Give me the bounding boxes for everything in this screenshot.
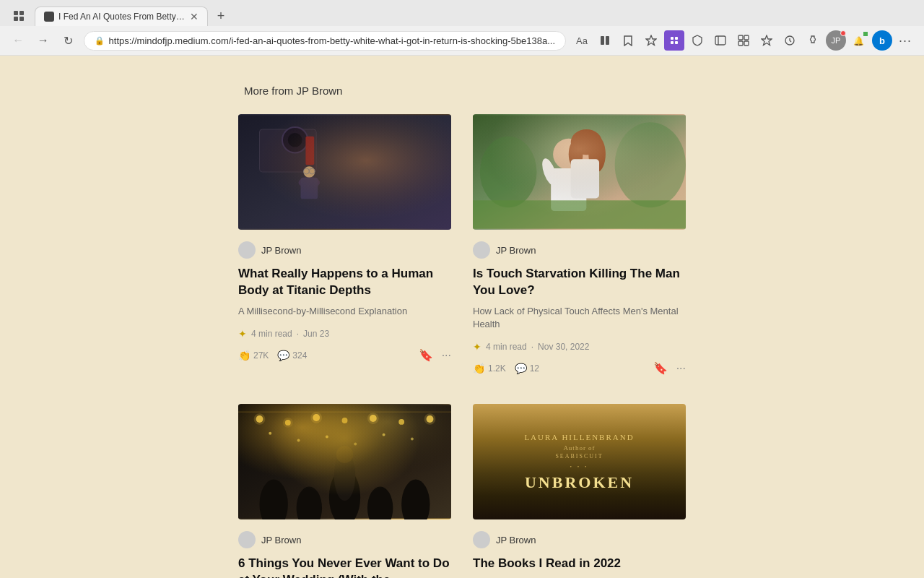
svg-point-50	[254, 413, 266, 425]
date-sep-touch: ·	[531, 342, 533, 352]
article-image-titanic	[238, 114, 451, 230]
save-button-titanic[interactable]: 🔖	[419, 348, 433, 362]
svg-point-49	[256, 415, 263, 423]
author-name-touch: JP Brown	[496, 245, 536, 256]
svg-point-27	[303, 166, 315, 178]
favorites-icon[interactable]	[757, 30, 777, 51]
article-card-books[interactable]: LAURA HILLENBRAND Author of SEABISCUIT •…	[473, 404, 686, 578]
bookmark-icon[interactable]	[618, 30, 638, 51]
reader-view-icon[interactable]	[595, 30, 615, 51]
reader-mode-icon[interactable]: Aa	[572, 30, 592, 51]
svg-point-68	[297, 487, 322, 520]
article-actions-titanic: 👏 27K 💬 324 🔖 ···	[238, 348, 451, 362]
svg-rect-22	[260, 129, 317, 172]
svg-point-42	[588, 137, 606, 172]
svg-point-57	[367, 413, 379, 424]
article-title-titanic: What Really Happens to a Human Body at T…	[238, 266, 451, 299]
articles-grid: JP Brown What Really Happens to a Human …	[238, 114, 686, 578]
member-star-titanic: ✦	[238, 328, 247, 340]
notification-icon[interactable]: 🔔	[849, 30, 869, 51]
member-star-touch: ✦	[473, 341, 481, 353]
shield-icon[interactable]	[687, 30, 707, 51]
date-sep-titanic: ·	[297, 329, 299, 339]
svg-point-51	[285, 420, 291, 426]
extensions-icon[interactable]	[803, 30, 823, 51]
date-titanic: Jun 23	[303, 329, 329, 339]
author-avatar-wedding	[238, 531, 256, 548]
svg-marker-18	[762, 35, 772, 46]
svg-rect-16	[738, 41, 743, 46]
profile-avatar[interactable]: JP	[826, 30, 846, 51]
unbroken-image-placeholder: LAURA HILLENBRAND Author of SEABISCUIT •…	[473, 404, 686, 519]
tab-bar: I Fed An AI Quotes From Betty White ✕ +	[0, 0, 924, 26]
svg-point-71	[401, 480, 430, 519]
comments-group-touch[interactable]: 💬 12	[515, 363, 539, 374]
book-author-sub: Author of	[524, 444, 634, 452]
save-button-touch[interactable]: 🔖	[653, 361, 668, 375]
bing-icon[interactable]: b	[872, 30, 892, 51]
svg-point-52	[283, 418, 293, 428]
svg-point-60	[424, 413, 436, 425]
svg-point-61	[269, 432, 271, 435]
svg-point-56	[370, 415, 377, 422]
claps-group-touch[interactable]: 👏 1.2K	[473, 363, 506, 374]
comments-group-titanic[interactable]: 💬 324	[277, 350, 307, 361]
svg-rect-75	[238, 405, 451, 519]
extension-icon[interactable]	[664, 30, 684, 51]
address-bar: ← → ↻ 🔒 https://mindofjp.medium.com/i-fe…	[0, 26, 924, 55]
svg-point-67	[260, 480, 288, 519]
grid-icon[interactable]	[12, 9, 26, 23]
svg-rect-46	[473, 115, 686, 228]
more-button-touch[interactable]: ···	[676, 362, 686, 375]
article-card-titanic[interactable]: JP Brown What Really Happens to a Human …	[238, 114, 451, 375]
url-bar[interactable]: 🔒 https://mindofjp.medium.com/i-fed-an-a…	[84, 31, 566, 51]
star-icon[interactable]	[641, 30, 661, 51]
svg-point-58	[398, 419, 404, 425]
svg-point-65	[383, 434, 385, 436]
comments-count-touch: 12	[530, 363, 539, 374]
svg-point-34	[480, 137, 537, 207]
author-avatar-books	[473, 531, 490, 548]
article-actions-touch: 👏 1.2K 💬 12 🔖 ···	[473, 361, 686, 375]
svg-text:🔔: 🔔	[853, 35, 864, 46]
svg-point-63	[326, 436, 328, 439]
svg-rect-17	[744, 41, 749, 46]
article-meta-touch: ✦ 4 min read · Nov 30, 2022	[473, 341, 686, 353]
sidebar-icon[interactable]	[710, 30, 731, 51]
svg-rect-10	[671, 41, 674, 44]
svg-point-29	[303, 168, 309, 174]
reload-button[interactable]: ↻	[58, 30, 78, 51]
more-tools-button[interactable]: ···	[895, 30, 915, 51]
new-tab-button[interactable]: +	[211, 6, 231, 26]
more-button-titanic[interactable]: ···	[442, 349, 451, 362]
touch-image-placeholder	[473, 114, 686, 230]
claps-group-titanic[interactable]: 👏 27K	[238, 350, 269, 361]
svg-rect-21	[238, 115, 451, 228]
collections-icon[interactable]	[733, 30, 754, 51]
article-image-touch	[473, 114, 686, 230]
book-author: LAURA HILLENBRAND	[524, 433, 634, 441]
article-card-wedding[interactable]: JP Brown 6 Things You Never Ever Want to…	[238, 404, 451, 578]
book-title: UNBROKEN	[524, 474, 634, 491]
svg-point-41	[571, 129, 602, 155]
svg-rect-44	[571, 159, 599, 198]
author-name-wedding: JP Brown	[261, 535, 301, 545]
svg-point-23	[282, 127, 308, 152]
svg-rect-32	[238, 115, 451, 228]
browser-tab[interactable]: I Fed An AI Quotes From Betty White ✕	[35, 7, 208, 26]
article-title-wedding: 6 Things You Never Ever Want to Do at Yo…	[238, 556, 451, 578]
svg-rect-37	[551, 168, 586, 211]
svg-text:Aa: Aa	[576, 35, 588, 46]
svg-rect-5	[601, 36, 604, 45]
article-meta-titanic: ✦ 4 min read · Jun 23	[238, 328, 451, 340]
svg-point-69	[329, 469, 360, 519]
claps-count-touch: 1.2K	[488, 363, 506, 374]
back-button[interactable]: ←	[9, 30, 28, 51]
book-seabiscuit: SEABISCUIT	[524, 453, 634, 460]
clap-icon-titanic: 👏	[238, 350, 250, 361]
article-subtitle-titanic: A Millisecond-by-Millisecond Explanation	[238, 305, 451, 318]
history-icon[interactable]	[780, 30, 800, 51]
article-card-touch[interactable]: JP Brown Is Touch Starvation Killing The…	[473, 114, 686, 375]
forward-button[interactable]: →	[34, 30, 53, 51]
tab-close-button[interactable]: ✕	[190, 12, 199, 22]
